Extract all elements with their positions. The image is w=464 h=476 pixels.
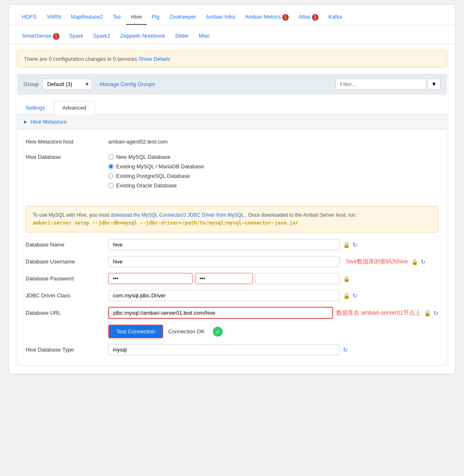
section-title: Hive Metastore [31,119,67,125]
db-username-refresh-icon[interactable]: ↻ [421,258,426,265]
nav-hive[interactable]: Hive [126,10,147,25]
db-username-lock-icon: 🔒 [411,258,418,265]
db-name-lock-icon: 🔒 [343,242,350,248]
nav-smartsense[interactable]: SmartSense1 [17,29,64,44]
metastore-host-row: Hive Metastore host ambari-agent02.test.… [26,136,438,145]
test-connection-row: Test Connection Connection OK ✓ [108,325,438,338]
db-type-input[interactable] [108,344,340,355]
db-name-input[interactable] [108,239,340,250]
jdbc-row: JDBC Driver Class 🔒 ↻ [26,290,438,301]
input-fields-section: Database Name 🔒 ↻ Database Username hive… [17,239,447,365]
jdbc-lock-icon: 🔒 [343,292,350,299]
jdbc-refresh-icon[interactable]: ↻ [352,292,357,299]
group-label: Group [24,81,38,87]
db-type-row: Hive Database Type ↻ [26,344,438,355]
warning-link[interactable]: download the MySQL Connector/J JDBC Driv… [111,212,244,218]
main-container: HDFS YARN MapReduce2 Tez Hive Pig ZooKee… [8,4,456,374]
db-name-icons: 🔒 ↻ [343,242,357,248]
db-url-lock-icon: 🔒 [424,310,431,316]
group-bar: Group Default (3) ▼ Manage Config Groups… [17,74,447,95]
collapse-icon[interactable]: ▶ [24,120,27,124]
content-area: ▶ Hive Metastore Hive Metastore host amb… [17,115,447,366]
db-password-lock-icon: 🔒 [343,275,350,282]
nav-row-2: SmartSense1 Spark Spark2 Zeppelin Notebo… [9,25,455,44]
warning-text-before: To use MySQL with Hive, you must [33,212,111,218]
form-section: Hive Metastore host ambari-agent02.test.… [17,129,447,202]
db-name-label: Database Name [26,242,108,248]
nav-row-1: HDFS YARN MapReduce2 Tez Hive Pig ZooKee… [9,5,455,25]
radio-group: New MySQL Database Existing MySQL / Mari… [108,154,438,189]
group-select-wrapper: Default (3) ▼ [43,79,92,90]
warning-cmd: ambari-server setup --jdbc-db=mysql --jd… [33,220,298,226]
warning-text-after: . Once downloaded to the Ambari Server h… [245,212,357,218]
password-field-group [108,273,340,284]
nav-zeppelin[interactable]: Zeppelin Notebook [115,29,170,44]
filter-wrapper: ▼ [336,79,440,90]
radio-existing-oracle-input[interactable] [108,183,114,188]
alert-text: There are 0 configuration changes in 0 s… [24,56,139,62]
db-username-row: Database Username hive数据库的密码为hive 🔒 ↻ [26,256,438,267]
db-url-refresh-icon[interactable]: ↻ [433,310,438,316]
group-select[interactable]: Default (3) [43,79,92,90]
db-password-input[interactable] [108,273,193,284]
warning-box: To use MySQL with Hive, you must downloa… [26,206,438,232]
db-url-annotation: 数据库在 ambari-server01节点上 [336,309,421,317]
nav-atlas[interactable]: Atlas2 [294,10,324,25]
radio-existing-mysql-input[interactable] [108,164,114,169]
db-password-confirm-input[interactable] [195,273,253,284]
nav-ambari-metrics[interactable]: Ambari Metrics1 [240,10,294,25]
nav-zookeeper[interactable]: ZooKeeper [164,10,201,25]
db-name-row: Database Name 🔒 ↻ [26,239,438,250]
tabs-row: Settings Advanced [17,101,447,115]
radio-existing-postgresql[interactable]: Existing PostgreSQL Database [108,173,438,179]
connection-ok-icon: ✓ [213,327,223,337]
nav-slider[interactable]: Slider [170,29,194,44]
db-username-input[interactable] [108,256,340,267]
tab-settings[interactable]: Settings [17,101,54,115]
db-type-icons: ↻ [343,347,348,353]
radio-existing-oracle[interactable]: Existing Oracle Database [108,182,438,189]
db-url-input[interactable] [108,307,333,319]
section-header: ▶ Hive Metastore [17,115,447,129]
db-type-refresh-icon[interactable]: ↻ [343,347,348,353]
metastore-host-value: ambari-agent02.test.com [108,136,438,145]
show-details-link[interactable]: Show Details [139,56,170,62]
radio-new-mysql[interactable]: New MySQL Database [108,154,438,160]
db-username-annotation: hive数据库的密码为hive [346,258,408,266]
db-username-label: Database Username [26,258,108,265]
nav-kafka[interactable]: Kafka [324,10,347,25]
hive-database-row: Hive Database New MySQL Database Existin… [26,151,438,189]
db-password-row: Database Password 🔒 [26,273,438,284]
manage-config-groups-link[interactable]: Manage Config Groups [100,81,155,87]
radio-new-mysql-input[interactable] [108,154,114,160]
nav-pig[interactable]: Pig [147,10,164,25]
jdbc-label: JDBC Driver Class [26,292,108,299]
nav-ambari-infra[interactable]: Ambari Infra [201,10,240,25]
filter-dropdown-button[interactable]: ▼ [428,79,440,90]
nav-misc[interactable]: Misc [194,29,215,44]
filter-input[interactable] [336,79,426,90]
db-url-icons: 🔒 ↻ [424,310,438,316]
db-url-label: Database URL [26,310,108,316]
alert-bar: There are 0 configuration changes in 0 s… [17,50,447,67]
jdbc-input[interactable] [108,290,340,301]
db-url-row: Database URL 数据库在 ambari-server01节点上 🔒 ↻ [26,307,438,319]
hive-database-options: New MySQL Database Existing MySQL / Mari… [108,151,438,189]
tab-advanced[interactable]: Advanced [54,101,95,115]
test-connection-button[interactable]: Test Connection [108,325,163,338]
nav-tez[interactable]: Tez [108,10,126,25]
nav-mapreduce2[interactable]: MapReduce2 [66,10,108,25]
nav-hdfs[interactable]: HDFS [17,10,41,25]
nav-spark[interactable]: Spark [64,29,88,44]
db-password-hidden-input[interactable] [255,273,340,284]
connection-ok-text: Connection OK [168,328,205,335]
nav-yarn[interactable]: YARN [41,10,66,25]
db-name-refresh-icon[interactable]: ↻ [352,242,357,248]
radio-existing-mysql[interactable]: Existing MySQL / MariaDB Database [108,163,438,170]
db-password-icons: 🔒 [343,275,350,282]
metastore-host-label: Hive Metastore host [26,136,108,145]
radio-existing-postgresql-input[interactable] [108,173,114,179]
db-type-label: Hive Database Type [26,347,108,353]
nav-spark2[interactable]: Spark2 [88,29,115,44]
db-username-icons: 🔒 ↻ [411,258,426,265]
